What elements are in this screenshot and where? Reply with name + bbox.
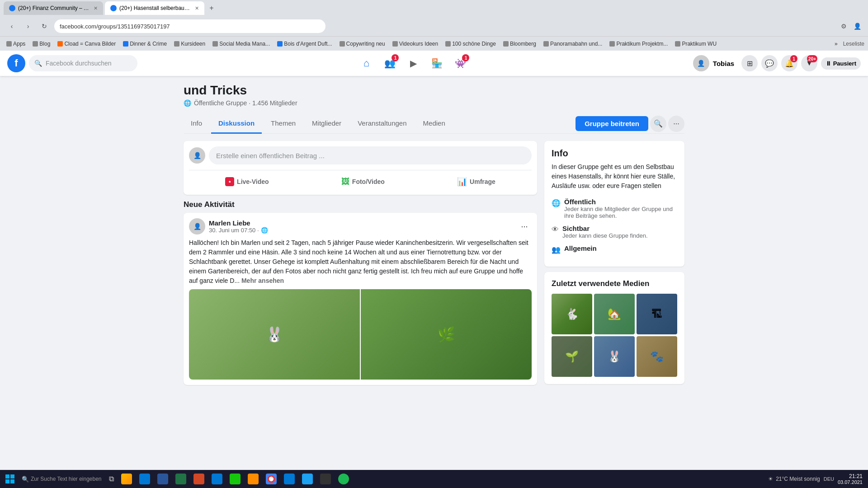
post-author-avatar[interactable]: 👤 bbox=[189, 218, 205, 235]
bookmark-label: Apps bbox=[13, 41, 25, 47]
tab-diskussion[interactable]: Diskussion bbox=[211, 114, 262, 134]
messenger-icon[interactable]: 💬 bbox=[761, 55, 778, 71]
bookmark-icon bbox=[33, 41, 38, 47]
tab-info[interactable]: Info bbox=[184, 114, 209, 134]
taskbar-app8[interactable] bbox=[244, 471, 262, 487]
post-user-info: Marlen Liebe 30. Juni um 07:50 · 🌐 bbox=[209, 219, 514, 234]
group-meta-text: Öffentliche Gruppe · 1.456 Mitglieder bbox=[194, 99, 297, 107]
apps-icon[interactable]: ⊞ bbox=[741, 55, 758, 71]
facebook-logo[interactable]: f bbox=[7, 54, 25, 72]
post-author-name[interactable]: Marlen Liebe bbox=[209, 219, 514, 227]
nav-watch[interactable]: ▶ bbox=[402, 52, 424, 74]
search-bar[interactable]: 🔍 Facebook durchsuchen bbox=[29, 55, 137, 71]
start-button[interactable] bbox=[2, 471, 18, 487]
media-thumb-6[interactable]: 🐾 bbox=[637, 336, 677, 377]
taskbar-files[interactable] bbox=[118, 471, 136, 487]
media-thumb-2[interactable]: 🏡 bbox=[594, 294, 635, 334]
taskbar-right: ☀ 21°C Meist sonnig DEU 21:21 03.07.2021 bbox=[768, 473, 866, 485]
menu-icon[interactable]: ▼ 20+ bbox=[801, 55, 817, 71]
bookmark-label: Dinner & Crime bbox=[130, 41, 167, 47]
taskbar-chrome[interactable] bbox=[262, 471, 280, 487]
nav-friends[interactable]: 👥 1 bbox=[379, 52, 401, 74]
poll-button[interactable]: 📊 Umfrage bbox=[450, 174, 503, 189]
back-button[interactable]: ‹ bbox=[5, 20, 18, 33]
post-more-link[interactable]: Mehr ansehen bbox=[241, 277, 284, 284]
taskbar-spotify[interactable] bbox=[335, 471, 353, 487]
taskbar-app6[interactable] bbox=[208, 471, 226, 487]
notifications-badge: 1 bbox=[790, 55, 797, 62]
rabbit-image-2: 🌿 bbox=[361, 289, 532, 380]
info-visible-sub: Jeder kann diese Gruppe finden. bbox=[562, 232, 648, 239]
bookmark-copywriting[interactable]: Copywriting neu bbox=[337, 40, 388, 48]
group-search-button[interactable]: 🔍 bbox=[650, 116, 666, 132]
nav-groups[interactable]: 👾 1 bbox=[449, 52, 471, 74]
bookmark-bloomberg[interactable]: Bloomberg bbox=[500, 40, 539, 48]
taskbar: 🔍 Zur Suche Text hier eingeben ⧉ bbox=[0, 470, 868, 488]
reading-list[interactable]: Leseliste bbox=[843, 41, 864, 47]
bookmark-apps[interactable]: Apps bbox=[4, 40, 28, 48]
tab-2[interactable]: (20+) Hasenstall selberbauen – T... ✕ bbox=[105, 1, 204, 15]
tab-medien[interactable]: Medien bbox=[416, 114, 453, 134]
live-video-button[interactable]: ● Live-Video bbox=[218, 174, 276, 189]
new-activity-header: Neue Aktivität bbox=[184, 200, 537, 209]
taskbar-edge[interactable] bbox=[280, 471, 298, 487]
bookmark-bois[interactable]: Bois d'Argent Duft... bbox=[274, 40, 335, 48]
nav-home[interactable]: ⌂ bbox=[355, 52, 377, 74]
search-taskbar[interactable]: 🔍 Zur Suche Text hier eingeben bbox=[18, 471, 105, 487]
group-more-button[interactable]: ··· bbox=[668, 116, 684, 132]
browser-actions: ⚙ 👤 bbox=[838, 21, 863, 32]
tab-mitglieder[interactable]: Mitglieder bbox=[305, 114, 349, 134]
taskbar-app11[interactable] bbox=[316, 471, 335, 487]
word-icon bbox=[157, 474, 168, 484]
taskbar-explorer[interactable] bbox=[136, 471, 154, 487]
user-profile-button[interactable]: 👤 Tobias bbox=[689, 53, 738, 73]
notifications-icon[interactable]: 🔔 1 bbox=[781, 55, 797, 71]
bookmark-praktikum[interactable]: Praktikum Projektm... bbox=[607, 40, 670, 48]
tab-themen[interactable]: Themen bbox=[264, 114, 303, 134]
post-more-button[interactable]: ··· bbox=[517, 219, 532, 234]
svg-rect-3 bbox=[10, 479, 14, 483]
live-icon: ● bbox=[225, 177, 234, 186]
post-input[interactable]: Erstelle einen öffentlichen Beitrag ... bbox=[209, 146, 532, 164]
paused-button[interactable]: ⏸ Pausiert bbox=[821, 57, 861, 70]
reload-button[interactable]: ↻ bbox=[38, 20, 51, 33]
info-general-content: Allgemein bbox=[564, 244, 597, 252]
taskbar-app10[interactable] bbox=[298, 471, 316, 487]
media-thumb-4[interactable]: 🌱 bbox=[552, 336, 592, 377]
tab-1-close[interactable]: ✕ bbox=[94, 5, 98, 11]
profile-button[interactable]: 👤 bbox=[852, 21, 863, 32]
media-thumb-1[interactable]: 🐇 bbox=[552, 294, 592, 334]
post-image-2[interactable]: 🌿 bbox=[361, 289, 532, 380]
post-image-1[interactable]: 🐰 bbox=[189, 289, 360, 380]
taskbar-app7[interactable] bbox=[226, 471, 244, 487]
taskbar-word[interactable] bbox=[154, 471, 172, 487]
bookmark-videokurs[interactable]: Videokurs Ideen bbox=[390, 40, 441, 48]
media-thumb-5[interactable]: 🐰 bbox=[594, 336, 635, 377]
bookmark-wu[interactable]: Praktikum WU bbox=[672, 40, 719, 48]
photo-icon: 🖼 bbox=[341, 177, 349, 187]
taskbar-powerpoint[interactable] bbox=[190, 471, 208, 487]
bookmark-cload[interactable]: Cload = Canva Bilder bbox=[55, 40, 118, 48]
media-thumb-3[interactable]: 🏗 bbox=[637, 294, 677, 334]
extensions-button[interactable]: ⚙ bbox=[838, 21, 849, 32]
photo-video-button[interactable]: 🖼 Foto/Video bbox=[334, 174, 392, 189]
join-button[interactable]: Gruppe beitreten bbox=[576, 116, 648, 131]
bookmark-panorama[interactable]: Panoramabahn und... bbox=[541, 40, 605, 48]
bookmark-kursideen[interactable]: Kursideen bbox=[171, 40, 208, 48]
bookmark-100[interactable]: 100 schöne Dinge bbox=[443, 40, 499, 48]
task-view-button[interactable]: ⧉ bbox=[105, 471, 118, 487]
bookmark-blog[interactable]: Blog bbox=[30, 40, 53, 48]
search-icon: 🔍 bbox=[34, 60, 42, 67]
bookmarks-more[interactable]: » bbox=[835, 41, 838, 47]
forward-button[interactable]: › bbox=[22, 20, 34, 33]
bookmark-social-media[interactable]: Social Media Mana... bbox=[210, 40, 273, 48]
address-input[interactable] bbox=[54, 19, 326, 33]
taskbar-date: 03.07.2021 bbox=[838, 479, 863, 485]
tab-veranstaltungen[interactable]: Veranstaltungen bbox=[350, 114, 414, 134]
tab-2-close[interactable]: ✕ bbox=[195, 5, 199, 11]
taskbar-excel[interactable] bbox=[172, 471, 190, 487]
tab-1[interactable]: (20+) Finanz Community – Aktie... ✕ bbox=[4, 1, 103, 15]
new-tab-button[interactable]: + bbox=[206, 3, 217, 14]
bookmark-dinner[interactable]: Dinner & Crime bbox=[120, 40, 170, 48]
nav-marketplace[interactable]: 🏪 bbox=[426, 52, 448, 74]
